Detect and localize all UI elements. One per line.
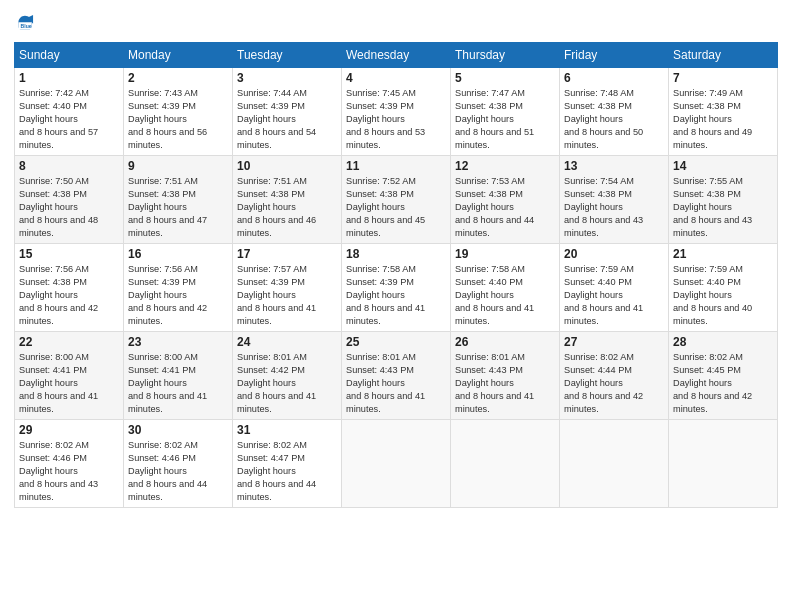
- week-row-3: 15 Sunrise: 7:56 AM Sunset: 4:38 PM Dayl…: [15, 244, 778, 332]
- day-cell: 27 Sunrise: 8:02 AM Sunset: 4:44 PM Dayl…: [560, 332, 669, 420]
- day-detail: Sunrise: 7:54 AM Sunset: 4:38 PM Dayligh…: [564, 175, 664, 239]
- day-detail: Sunrise: 7:59 AM Sunset: 4:40 PM Dayligh…: [564, 263, 664, 327]
- day-cell: 19 Sunrise: 7:58 AM Sunset: 4:40 PM Dayl…: [451, 244, 560, 332]
- day-cell: 26 Sunrise: 8:01 AM Sunset: 4:43 PM Dayl…: [451, 332, 560, 420]
- day-cell: [669, 420, 778, 508]
- day-cell: 6 Sunrise: 7:48 AM Sunset: 4:38 PM Dayli…: [560, 68, 669, 156]
- day-number: 29: [19, 423, 119, 437]
- day-detail: Sunrise: 7:47 AM Sunset: 4:38 PM Dayligh…: [455, 87, 555, 151]
- day-detail: Sunrise: 7:43 AM Sunset: 4:39 PM Dayligh…: [128, 87, 228, 151]
- week-row-4: 22 Sunrise: 8:00 AM Sunset: 4:41 PM Dayl…: [15, 332, 778, 420]
- day-cell: 10 Sunrise: 7:51 AM Sunset: 4:38 PM Dayl…: [233, 156, 342, 244]
- day-detail: Sunrise: 8:00 AM Sunset: 4:41 PM Dayligh…: [128, 351, 228, 415]
- day-cell: 16 Sunrise: 7:56 AM Sunset: 4:39 PM Dayl…: [124, 244, 233, 332]
- day-cell: 2 Sunrise: 7:43 AM Sunset: 4:39 PM Dayli…: [124, 68, 233, 156]
- day-number: 18: [346, 247, 446, 261]
- day-cell: 20 Sunrise: 7:59 AM Sunset: 4:40 PM Dayl…: [560, 244, 669, 332]
- day-cell: 3 Sunrise: 7:44 AM Sunset: 4:39 PM Dayli…: [233, 68, 342, 156]
- day-detail: Sunrise: 7:58 AM Sunset: 4:40 PM Dayligh…: [455, 263, 555, 327]
- week-row-1: 1 Sunrise: 7:42 AM Sunset: 4:40 PM Dayli…: [15, 68, 778, 156]
- weekday-header-monday: Monday: [124, 43, 233, 68]
- day-cell: 15 Sunrise: 7:56 AM Sunset: 4:38 PM Dayl…: [15, 244, 124, 332]
- day-number: 6: [564, 71, 664, 85]
- day-detail: Sunrise: 7:50 AM Sunset: 4:38 PM Dayligh…: [19, 175, 119, 239]
- day-cell: 17 Sunrise: 7:57 AM Sunset: 4:39 PM Dayl…: [233, 244, 342, 332]
- day-number: 22: [19, 335, 119, 349]
- day-cell: 29 Sunrise: 8:02 AM Sunset: 4:46 PM Dayl…: [15, 420, 124, 508]
- weekday-header-sunday: Sunday: [15, 43, 124, 68]
- day-number: 26: [455, 335, 555, 349]
- logo-icon: Blue: [14, 12, 36, 34]
- day-number: 16: [128, 247, 228, 261]
- day-number: 31: [237, 423, 337, 437]
- day-number: 20: [564, 247, 664, 261]
- day-detail: Sunrise: 7:48 AM Sunset: 4:38 PM Dayligh…: [564, 87, 664, 151]
- day-number: 2: [128, 71, 228, 85]
- day-detail: Sunrise: 8:01 AM Sunset: 4:43 PM Dayligh…: [455, 351, 555, 415]
- day-cell: [451, 420, 560, 508]
- day-cell: 28 Sunrise: 8:02 AM Sunset: 4:45 PM Dayl…: [669, 332, 778, 420]
- day-number: 5: [455, 71, 555, 85]
- day-number: 27: [564, 335, 664, 349]
- logo: Blue: [14, 12, 40, 34]
- day-detail: Sunrise: 7:52 AM Sunset: 4:38 PM Dayligh…: [346, 175, 446, 239]
- day-number: 11: [346, 159, 446, 173]
- day-detail: Sunrise: 7:59 AM Sunset: 4:40 PM Dayligh…: [673, 263, 773, 327]
- day-detail: Sunrise: 7:56 AM Sunset: 4:38 PM Dayligh…: [19, 263, 119, 327]
- day-detail: Sunrise: 7:51 AM Sunset: 4:38 PM Dayligh…: [128, 175, 228, 239]
- day-number: 25: [346, 335, 446, 349]
- day-number: 12: [455, 159, 555, 173]
- day-number: 8: [19, 159, 119, 173]
- day-number: 3: [237, 71, 337, 85]
- day-detail: Sunrise: 8:02 AM Sunset: 4:46 PM Dayligh…: [19, 439, 119, 503]
- day-cell: 13 Sunrise: 7:54 AM Sunset: 4:38 PM Dayl…: [560, 156, 669, 244]
- week-row-5: 29 Sunrise: 8:02 AM Sunset: 4:46 PM Dayl…: [15, 420, 778, 508]
- day-cell: 4 Sunrise: 7:45 AM Sunset: 4:39 PM Dayli…: [342, 68, 451, 156]
- day-number: 7: [673, 71, 773, 85]
- day-cell: 8 Sunrise: 7:50 AM Sunset: 4:38 PM Dayli…: [15, 156, 124, 244]
- day-number: 24: [237, 335, 337, 349]
- day-number: 10: [237, 159, 337, 173]
- day-cell: 12 Sunrise: 7:53 AM Sunset: 4:38 PM Dayl…: [451, 156, 560, 244]
- day-detail: Sunrise: 8:02 AM Sunset: 4:45 PM Dayligh…: [673, 351, 773, 415]
- svg-text:Blue: Blue: [21, 23, 32, 29]
- day-detail: Sunrise: 7:56 AM Sunset: 4:39 PM Dayligh…: [128, 263, 228, 327]
- day-cell: 5 Sunrise: 7:47 AM Sunset: 4:38 PM Dayli…: [451, 68, 560, 156]
- day-number: 14: [673, 159, 773, 173]
- day-detail: Sunrise: 7:58 AM Sunset: 4:39 PM Dayligh…: [346, 263, 446, 327]
- day-cell: 7 Sunrise: 7:49 AM Sunset: 4:38 PM Dayli…: [669, 68, 778, 156]
- day-cell: [342, 420, 451, 508]
- day-detail: Sunrise: 8:02 AM Sunset: 4:46 PM Dayligh…: [128, 439, 228, 503]
- day-cell: 31 Sunrise: 8:02 AM Sunset: 4:47 PM Dayl…: [233, 420, 342, 508]
- day-detail: Sunrise: 8:01 AM Sunset: 4:43 PM Dayligh…: [346, 351, 446, 415]
- calendar: SundayMondayTuesdayWednesdayThursdayFrid…: [14, 42, 778, 508]
- day-number: 21: [673, 247, 773, 261]
- day-detail: Sunrise: 8:02 AM Sunset: 4:47 PM Dayligh…: [237, 439, 337, 503]
- day-number: 13: [564, 159, 664, 173]
- day-detail: Sunrise: 8:02 AM Sunset: 4:44 PM Dayligh…: [564, 351, 664, 415]
- day-detail: Sunrise: 7:53 AM Sunset: 4:38 PM Dayligh…: [455, 175, 555, 239]
- day-cell: 14 Sunrise: 7:55 AM Sunset: 4:38 PM Dayl…: [669, 156, 778, 244]
- weekday-header-saturday: Saturday: [669, 43, 778, 68]
- day-number: 30: [128, 423, 228, 437]
- day-detail: Sunrise: 7:51 AM Sunset: 4:38 PM Dayligh…: [237, 175, 337, 239]
- weekday-header-thursday: Thursday: [451, 43, 560, 68]
- page: Blue SundayMondayTuesdayWednesdayThursda…: [0, 0, 792, 612]
- weekday-header-tuesday: Tuesday: [233, 43, 342, 68]
- day-cell: 30 Sunrise: 8:02 AM Sunset: 4:46 PM Dayl…: [124, 420, 233, 508]
- day-cell: 18 Sunrise: 7:58 AM Sunset: 4:39 PM Dayl…: [342, 244, 451, 332]
- day-cell: 1 Sunrise: 7:42 AM Sunset: 4:40 PM Dayli…: [15, 68, 124, 156]
- day-number: 19: [455, 247, 555, 261]
- weekday-header-friday: Friday: [560, 43, 669, 68]
- day-cell: 24 Sunrise: 8:01 AM Sunset: 4:42 PM Dayl…: [233, 332, 342, 420]
- day-cell: [560, 420, 669, 508]
- day-cell: 11 Sunrise: 7:52 AM Sunset: 4:38 PM Dayl…: [342, 156, 451, 244]
- day-cell: 22 Sunrise: 8:00 AM Sunset: 4:41 PM Dayl…: [15, 332, 124, 420]
- day-number: 17: [237, 247, 337, 261]
- day-detail: Sunrise: 8:01 AM Sunset: 4:42 PM Dayligh…: [237, 351, 337, 415]
- header: Blue: [14, 12, 778, 34]
- day-detail: Sunrise: 7:57 AM Sunset: 4:39 PM Dayligh…: [237, 263, 337, 327]
- day-detail: Sunrise: 7:44 AM Sunset: 4:39 PM Dayligh…: [237, 87, 337, 151]
- weekday-header-wednesday: Wednesday: [342, 43, 451, 68]
- day-detail: Sunrise: 7:42 AM Sunset: 4:40 PM Dayligh…: [19, 87, 119, 151]
